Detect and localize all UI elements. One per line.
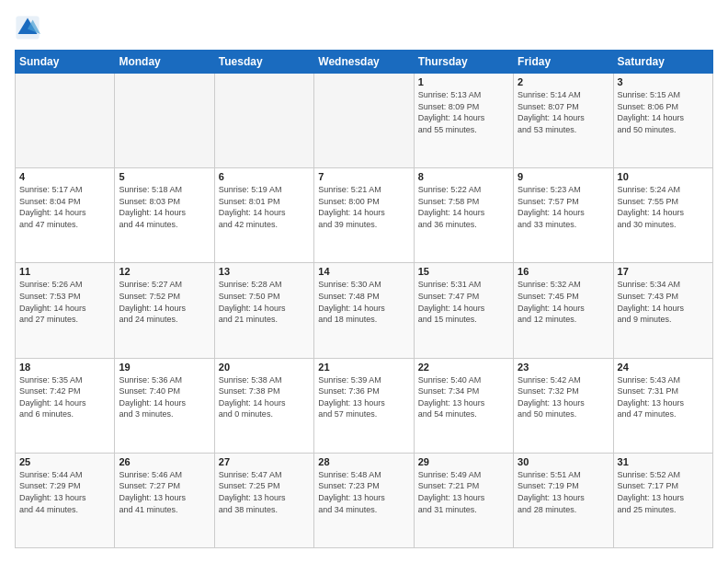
day-info: Sunrise: 5:30 AM Sunset: 7:48 PM Dayligh…	[318, 279, 409, 325]
day-number: 27	[219, 456, 310, 467]
day-info: Sunrise: 5:49 AM Sunset: 7:21 PM Dayligh…	[418, 469, 509, 515]
header-row: SundayMondayTuesdayWednesdayThursdayFrid…	[16, 51, 713, 74]
calendar-cell: 18Sunrise: 5:35 AM Sunset: 7:42 PM Dayli…	[16, 358, 115, 453]
day-number: 18	[19, 362, 110, 373]
day-number: 3	[618, 76, 709, 87]
day-number: 30	[518, 456, 609, 467]
day-number: 16	[518, 266, 609, 277]
calendar-cell: 24Sunrise: 5:43 AM Sunset: 7:31 PM Dayli…	[613, 358, 712, 453]
day-info: Sunrise: 5:15 AM Sunset: 8:06 PM Dayligh…	[618, 89, 709, 135]
day-number: 31	[618, 456, 709, 467]
day-number: 19	[119, 362, 210, 373]
day-info: Sunrise: 5:21 AM Sunset: 8:00 PM Dayligh…	[318, 184, 409, 230]
day-number: 24	[618, 362, 709, 373]
day-info: Sunrise: 5:43 AM Sunset: 7:31 PM Dayligh…	[618, 374, 709, 420]
day-info: Sunrise: 5:23 AM Sunset: 7:57 PM Dayligh…	[518, 184, 609, 230]
day-info: Sunrise: 5:26 AM Sunset: 7:53 PM Dayligh…	[19, 279, 110, 325]
day-info: Sunrise: 5:44 AM Sunset: 7:29 PM Dayligh…	[19, 469, 110, 515]
calendar-cell: 20Sunrise: 5:38 AM Sunset: 7:38 PM Dayli…	[214, 358, 313, 453]
day-number: 7	[318, 171, 409, 182]
calendar-cell: 27Sunrise: 5:47 AM Sunset: 7:25 PM Dayli…	[214, 453, 313, 547]
day-info: Sunrise: 5:27 AM Sunset: 7:52 PM Dayligh…	[119, 279, 210, 325]
day-info: Sunrise: 5:36 AM Sunset: 7:40 PM Dayligh…	[119, 374, 210, 420]
day-number: 14	[318, 266, 409, 277]
calendar-cell: 25Sunrise: 5:44 AM Sunset: 7:29 PM Dayli…	[16, 453, 115, 547]
calendar-cell: 31Sunrise: 5:52 AM Sunset: 7:17 PM Dayli…	[613, 453, 712, 547]
col-header-monday: Monday	[115, 51, 214, 74]
calendar-header: SundayMondayTuesdayWednesdayThursdayFrid…	[16, 51, 713, 74]
day-info: Sunrise: 5:22 AM Sunset: 7:58 PM Dayligh…	[418, 184, 509, 230]
col-header-saturday: Saturday	[613, 51, 712, 74]
calendar-cell: 26Sunrise: 5:46 AM Sunset: 7:27 PM Dayli…	[115, 453, 214, 547]
week-row-2: 4Sunrise: 5:17 AM Sunset: 8:04 PM Daylig…	[16, 168, 713, 263]
calendar-cell: 9Sunrise: 5:23 AM Sunset: 7:57 PM Daylig…	[514, 168, 613, 263]
calendar-table: SundayMondayTuesdayWednesdayThursdayFrid…	[15, 50, 713, 548]
day-number: 5	[119, 171, 210, 182]
calendar-cell: 14Sunrise: 5:30 AM Sunset: 7:48 PM Dayli…	[314, 263, 414, 358]
day-info: Sunrise: 5:48 AM Sunset: 7:23 PM Dayligh…	[318, 469, 409, 515]
header	[15, 15, 713, 40]
calendar-cell: 30Sunrise: 5:51 AM Sunset: 7:19 PM Dayli…	[514, 453, 613, 547]
calendar-cell: 7Sunrise: 5:21 AM Sunset: 8:00 PM Daylig…	[314, 168, 414, 263]
day-info: Sunrise: 5:17 AM Sunset: 8:04 PM Dayligh…	[19, 184, 110, 230]
calendar-cell: 29Sunrise: 5:49 AM Sunset: 7:21 PM Dayli…	[414, 453, 513, 547]
calendar-cell: 4Sunrise: 5:17 AM Sunset: 8:04 PM Daylig…	[16, 168, 115, 263]
page: SundayMondayTuesdayWednesdayThursdayFrid…	[0, 0, 728, 563]
day-number: 23	[518, 362, 609, 373]
day-info: Sunrise: 5:24 AM Sunset: 7:55 PM Dayligh…	[618, 184, 709, 230]
day-info: Sunrise: 5:51 AM Sunset: 7:19 PM Dayligh…	[518, 469, 609, 515]
logo-icon	[15, 15, 40, 40]
day-info: Sunrise: 5:18 AM Sunset: 8:03 PM Dayligh…	[119, 184, 210, 230]
calendar-cell: 11Sunrise: 5:26 AM Sunset: 7:53 PM Dayli…	[16, 263, 115, 358]
day-number: 10	[618, 171, 709, 182]
day-number: 15	[418, 266, 509, 277]
col-header-thursday: Thursday	[414, 51, 513, 74]
day-info: Sunrise: 5:40 AM Sunset: 7:34 PM Dayligh…	[418, 374, 509, 420]
day-number: 6	[219, 171, 310, 182]
day-number: 1	[418, 76, 509, 87]
week-row-3: 11Sunrise: 5:26 AM Sunset: 7:53 PM Dayli…	[16, 263, 713, 358]
col-header-sunday: Sunday	[16, 51, 115, 74]
calendar-cell: 3Sunrise: 5:15 AM Sunset: 8:06 PM Daylig…	[613, 74, 712, 168]
day-number: 4	[19, 171, 110, 182]
day-number: 8	[418, 171, 509, 182]
day-number: 2	[518, 76, 609, 87]
calendar-cell: 6Sunrise: 5:19 AM Sunset: 8:01 PM Daylig…	[214, 168, 313, 263]
day-info: Sunrise: 5:32 AM Sunset: 7:45 PM Dayligh…	[518, 279, 609, 325]
day-number: 28	[318, 456, 409, 467]
logo	[15, 15, 44, 40]
calendar-cell: 21Sunrise: 5:39 AM Sunset: 7:36 PM Dayli…	[314, 358, 414, 453]
calendar-cell: 1Sunrise: 5:13 AM Sunset: 8:09 PM Daylig…	[414, 74, 513, 168]
day-number: 9	[518, 171, 609, 182]
calendar-cell: 10Sunrise: 5:24 AM Sunset: 7:55 PM Dayli…	[613, 168, 712, 263]
calendar-cell: 12Sunrise: 5:27 AM Sunset: 7:52 PM Dayli…	[115, 263, 214, 358]
calendar-cell: 22Sunrise: 5:40 AM Sunset: 7:34 PM Dayli…	[414, 358, 513, 453]
calendar-cell: 23Sunrise: 5:42 AM Sunset: 7:32 PM Dayli…	[514, 358, 613, 453]
day-number: 20	[219, 362, 310, 373]
calendar-cell: 5Sunrise: 5:18 AM Sunset: 8:03 PM Daylig…	[115, 168, 214, 263]
calendar-cell	[115, 74, 214, 168]
calendar-cell	[214, 74, 313, 168]
day-number: 26	[119, 456, 210, 467]
calendar-cell: 16Sunrise: 5:32 AM Sunset: 7:45 PM Dayli…	[514, 263, 613, 358]
day-number: 25	[19, 456, 110, 467]
week-row-5: 25Sunrise: 5:44 AM Sunset: 7:29 PM Dayli…	[16, 453, 713, 547]
day-info: Sunrise: 5:13 AM Sunset: 8:09 PM Dayligh…	[418, 89, 509, 135]
calendar-cell: 17Sunrise: 5:34 AM Sunset: 7:43 PM Dayli…	[613, 263, 712, 358]
day-number: 13	[219, 266, 310, 277]
calendar-body: 1Sunrise: 5:13 AM Sunset: 8:09 PM Daylig…	[16, 74, 713, 548]
calendar-cell: 2Sunrise: 5:14 AM Sunset: 8:07 PM Daylig…	[514, 74, 613, 168]
week-row-1: 1Sunrise: 5:13 AM Sunset: 8:09 PM Daylig…	[16, 74, 713, 168]
day-info: Sunrise: 5:38 AM Sunset: 7:38 PM Dayligh…	[219, 374, 310, 420]
day-number: 29	[418, 456, 509, 467]
day-number: 21	[318, 362, 409, 373]
calendar-cell: 8Sunrise: 5:22 AM Sunset: 7:58 PM Daylig…	[414, 168, 513, 263]
week-row-4: 18Sunrise: 5:35 AM Sunset: 7:42 PM Dayli…	[16, 358, 713, 453]
day-number: 11	[19, 266, 110, 277]
day-info: Sunrise: 5:46 AM Sunset: 7:27 PM Dayligh…	[119, 469, 210, 515]
calendar-cell: 28Sunrise: 5:48 AM Sunset: 7:23 PM Dayli…	[314, 453, 414, 547]
day-info: Sunrise: 5:14 AM Sunset: 8:07 PM Dayligh…	[518, 89, 609, 135]
day-info: Sunrise: 5:19 AM Sunset: 8:01 PM Dayligh…	[219, 184, 310, 230]
day-info: Sunrise: 5:39 AM Sunset: 7:36 PM Dayligh…	[318, 374, 409, 420]
day-info: Sunrise: 5:28 AM Sunset: 7:50 PM Dayligh…	[219, 279, 310, 325]
